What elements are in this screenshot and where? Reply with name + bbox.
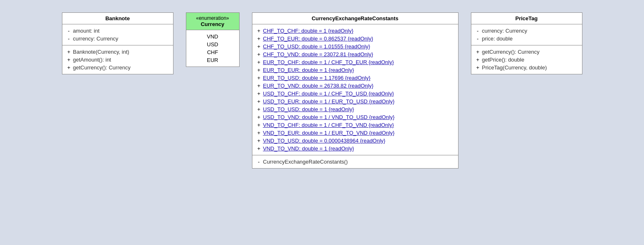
price-tag-box: PriceTag - currency: Currency - price: d… xyxy=(471,12,582,74)
price-tag-title: PriceTag xyxy=(471,13,582,24)
method-text: getCurrency(): Currency xyxy=(482,49,539,55)
list-item: - currency: Currency xyxy=(475,27,578,35)
list-item: EUR xyxy=(195,56,231,64)
attribute-text: currency: Currency xyxy=(73,36,119,42)
visibility-symbol: + xyxy=(475,57,480,63)
list-item: - CurrencyExchangeRateConstants() xyxy=(257,158,454,166)
list-item: +USD_TO_USD: double = 1 {readOnly} xyxy=(257,105,454,113)
list-item: + Banknote(Currency, int) xyxy=(67,48,169,56)
list-item: +CHF_TO_CHF: double = 1 {readOnly} xyxy=(257,27,454,35)
price-tag-methods: + getCurrency(): Currency + getPrice(): … xyxy=(471,45,582,74)
method-text: PriceTag(Currency, double) xyxy=(482,64,547,71)
attribute-text: currency: Currency xyxy=(482,28,528,34)
visibility-symbol: + xyxy=(67,64,71,71)
stereotype-label: «enumeration» xyxy=(190,15,235,21)
list-item: +EUR_TO_USD: double = 1.17696 {readOnly} xyxy=(257,74,454,82)
list-item: + getAmount(): int xyxy=(67,56,169,64)
list-item: +VND_TO_EUR: double = 1 / EUR_TO_VND {re… xyxy=(257,129,454,137)
list-item: + getPrice(): double xyxy=(475,56,578,64)
banknote-attributes: - amount: int - currency: Currency xyxy=(62,24,173,45)
price-tag-attributes: - currency: Currency - price: double xyxy=(471,24,582,45)
visibility-symbol: - xyxy=(67,36,71,42)
list-item: - currency: Currency xyxy=(67,35,169,43)
exchange-rate-constructor: - CurrencyExchangeRateConstants() xyxy=(252,155,458,168)
exchange-rate-box: CurrencyExchangeRateConstants +CHF_TO_CH… xyxy=(252,12,459,169)
attribute-text: price: double xyxy=(482,36,513,42)
visibility-symbol: + xyxy=(475,64,480,71)
currency-name: Currency xyxy=(201,21,224,27)
exchange-rate-title: CurrencyExchangeRateConstants xyxy=(252,13,458,24)
banknote-methods: + Banknote(Currency, int) + getAmount():… xyxy=(62,45,173,74)
visibility-symbol: - xyxy=(475,36,480,42)
list-item: CHF xyxy=(195,48,231,56)
visibility-symbol: + xyxy=(67,57,71,63)
list-item: +CHF_TO_EUR: double = 0.862537 {readOnly… xyxy=(257,35,454,43)
list-item: - amount: int xyxy=(67,27,169,35)
visibility-symbol: - xyxy=(475,28,480,34)
list-item: +CHF_TO_VND: double = 23072.81 {readOnly… xyxy=(257,50,454,58)
list-item: +VND_TO_VND: double = 1 {readOnly} xyxy=(257,145,454,152)
currency-values: VND USD CHF EUR xyxy=(186,30,239,67)
currency-title: «enumeration» Currency xyxy=(186,13,239,30)
attribute-text: amount: int xyxy=(73,28,100,34)
method-text: getPrice(): double xyxy=(482,57,525,63)
list-item: + getCurrency(): Currency xyxy=(67,64,169,71)
currency-box: «enumeration» Currency VND USD CHF EUR xyxy=(186,12,240,67)
list-item: +EUR_TO_EUR: double = 1 {readOnly} xyxy=(257,66,454,74)
list-item: USD xyxy=(195,40,231,48)
visibility-symbol: + xyxy=(475,49,480,55)
banknote-title: Banknote xyxy=(62,13,173,24)
method-text: getAmount(): int xyxy=(73,57,112,63)
list-item: +USD_TO_CHF: double = 1 / CHF_TO_USD {re… xyxy=(257,90,454,98)
visibility-symbol: + xyxy=(67,49,71,55)
list-item: - price: double xyxy=(475,35,578,43)
method-text: getCurrency(): Currency xyxy=(73,64,131,71)
diagram-canvas: Banknote - amount: int - currency: Curre… xyxy=(58,8,587,173)
list-item: +VND_TO_CHF: double = 1 / CHF_TO_VND {re… xyxy=(257,121,454,129)
visibility-symbol: - xyxy=(67,28,71,34)
list-item: +VND_TO_USD: double = 0.0000438964 {read… xyxy=(257,137,454,145)
banknote-box: Banknote - amount: int - currency: Curre… xyxy=(62,12,173,74)
exchange-rate-fields: +CHF_TO_CHF: double = 1 {readOnly} +CHF_… xyxy=(252,24,458,155)
list-item: +CHF_TO_USD: double = 1.01555 {readOnly} xyxy=(257,43,454,50)
list-item: + getCurrency(): Currency xyxy=(475,48,578,56)
list-item: +USD_TO_EUR: double = 1 / EUR_TO_USD {re… xyxy=(257,98,454,105)
list-item: +USD_TO_VND: double = 1 / VND_TO_USD {re… xyxy=(257,113,454,121)
list-item: + PriceTag(Currency, double) xyxy=(475,64,578,71)
list-item: VND xyxy=(195,33,231,40)
method-text: Banknote(Currency, int) xyxy=(73,49,129,55)
list-item: +EUR_TO_CHF: double = 1 / CHF_TO_EUR {re… xyxy=(257,58,454,66)
list-item: +EUR_TO_VND: double = 26738.82 {readOnly… xyxy=(257,82,454,90)
